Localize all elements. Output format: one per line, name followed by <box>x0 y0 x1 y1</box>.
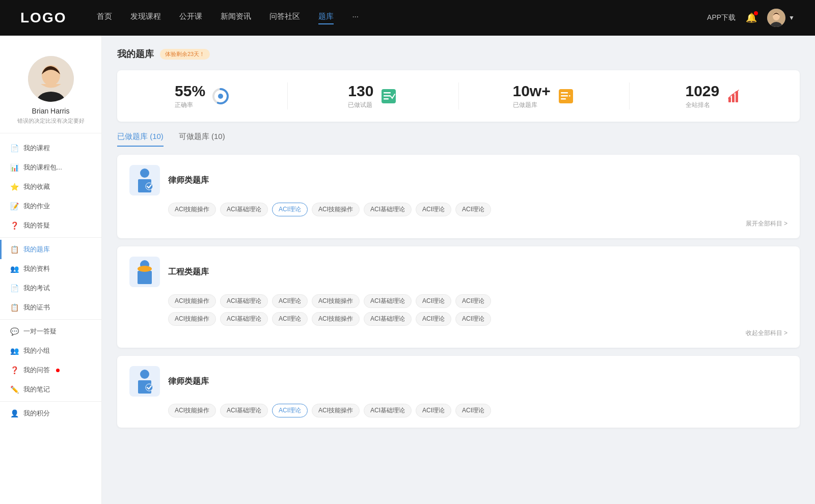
stat-done-questions: 130 已做试题 <box>288 82 458 109</box>
svg-rect-17 <box>569 95 570 97</box>
tag-active[interactable]: ACI理论 <box>272 203 308 216</box>
homework-icon: 📝 <box>10 202 18 210</box>
sidebar-item-label: 我的答疑 <box>23 221 50 230</box>
tag[interactable]: ACI基础理论 <box>364 312 412 326</box>
notification-dot <box>754 11 758 15</box>
sidebar-item-label: 我的笔记 <box>23 385 50 394</box>
logo[interactable]: LOGO <box>20 10 66 26</box>
sidebar-item-notes[interactable]: ✏️ 我的笔记 <box>0 380 101 399</box>
sidebar-item-points[interactable]: 👤 我的积分 <box>0 404 101 423</box>
sidebar-item-label: 我的积分 <box>23 409 50 418</box>
nav-openclass[interactable]: 公开课 <box>179 12 202 24</box>
nav-more[interactable]: ··· <box>352 12 359 24</box>
sidebar-item-course-package[interactable]: 📊 我的课程包... <box>0 158 101 177</box>
tag[interactable]: ACI基础理论 <box>364 294 412 308</box>
svg-rect-11 <box>384 95 391 97</box>
tag[interactable]: ACI技能操作 <box>312 312 360 326</box>
svg-rect-15 <box>561 95 568 97</box>
tag[interactable]: ACI技能操作 <box>312 294 360 308</box>
tag[interactable]: ACI技能操作 <box>168 312 216 326</box>
tag[interactable]: ACI技能操作 <box>168 203 216 216</box>
page-title: 我的题库 <box>117 48 154 60</box>
expand-link-1[interactable]: 展开全部科目 > <box>129 219 787 228</box>
nav-news[interactable]: 新闻资讯 <box>221 12 251 24</box>
tag[interactable]: ACI基础理论 <box>220 312 268 326</box>
tag[interactable]: ACI理论 <box>416 404 451 417</box>
course-pkg-icon: 📊 <box>10 163 18 172</box>
tag[interactable]: ACI理论 <box>455 203 491 216</box>
svg-point-29 <box>140 370 149 379</box>
sidebar-item-cert[interactable]: 📋 我的证书 <box>0 298 101 317</box>
sidebar-item-homework[interactable]: 📝 我的作业 <box>0 197 101 216</box>
tag[interactable]: ACI技能操作 <box>168 404 216 417</box>
trial-badge: 体验剩余23天！ <box>160 49 210 60</box>
tag[interactable]: ACI理论 <box>416 203 451 216</box>
tag[interactable]: ACI技能操作 <box>168 294 216 308</box>
profile-avatar <box>28 56 74 102</box>
tag[interactable]: ACI理论 <box>416 312 451 326</box>
sidebar-item-qa[interactable]: ❓ 我的答疑 <box>0 216 101 235</box>
tag[interactable]: ACI理论 <box>416 294 451 308</box>
sidebar-item-label: 我的小组 <box>23 346 50 355</box>
app-download-button[interactable]: APP下载 <box>707 13 736 22</box>
tag[interactable]: ACI理论 <box>455 404 491 417</box>
svg-point-8 <box>218 94 223 99</box>
nav-qbank[interactable]: 题库 <box>318 12 334 24</box>
qbank-icon: 📋 <box>10 245 18 254</box>
group-icon: 👥 <box>10 347 18 355</box>
qa-icon: ❓ <box>10 221 18 230</box>
tag[interactable]: ACI基础理论 <box>220 294 268 308</box>
tag[interactable]: ACI基础理论 <box>364 404 412 417</box>
tag[interactable]: ACI理论 <box>455 294 491 308</box>
sidebar-item-label: 我的证书 <box>23 303 50 312</box>
sidebar-item-label: 我的问答 <box>23 366 50 375</box>
tab-done-banks[interactable]: 已做题库 (10) <box>117 132 164 147</box>
sidebar-item-group[interactable]: 👥 我的小组 <box>0 341 101 360</box>
collapse-link[interactable]: 收起全部科目 > <box>129 329 787 338</box>
tag[interactable]: ACI理论 <box>272 312 308 326</box>
accuracy-label: 正确率 <box>175 101 205 109</box>
lawyer-icon-1 <box>129 165 160 195</box>
notification-bell[interactable]: 🔔 <box>746 12 757 23</box>
nav-home[interactable]: 首页 <box>97 12 112 24</box>
lawyer-tags-2: ACI技能操作 ACI基础理论 ACI理论 ACI技能操作 ACI基础理论 AC… <box>168 404 787 417</box>
nav-menu: 首页 发现课程 公开课 新闻资讯 问答社区 题库 ··· <box>97 12 707 24</box>
sidebar-item-profile[interactable]: 👥 我的资料 <box>0 259 101 278</box>
ranking-icon <box>725 87 744 105</box>
tag[interactable]: ACI技能操作 <box>312 404 360 417</box>
nav-qa[interactable]: 问答社区 <box>269 12 300 24</box>
engineer-title: 工程类题库 <box>168 267 209 277</box>
profile-name: Brian Harris <box>32 107 70 115</box>
notes-icon: ✏️ <box>10 385 18 394</box>
tag-active[interactable]: ACI理论 <box>272 404 308 417</box>
tag[interactable]: ACI理论 <box>455 312 491 326</box>
tag[interactable]: ACI基础理论 <box>220 203 268 216</box>
sidebar-item-1on1[interactable]: 💬 一对一答疑 <box>0 322 101 341</box>
sidebar-item-my-courses[interactable]: 📄 我的课程 <box>0 138 101 158</box>
sidebar-item-qbank[interactable]: 📋 我的题库 <box>0 240 101 259</box>
profile-section: Brian Harris 错误的决定比没有决定要好 <box>0 46 101 133</box>
qbank-card-lawyer-1: 律师类题库 ACI技能操作 ACI基础理论 ACI理论 ACI技能操作 ACI基… <box>117 155 800 238</box>
page-header: 我的题库 体验剩余23天！ <box>117 48 800 60</box>
user-avatar-dropdown[interactable]: ▼ <box>767 9 795 27</box>
tag[interactable]: ACI基础理论 <box>220 404 268 417</box>
profile-icon: 👥 <box>10 265 18 273</box>
sidebar-item-exam[interactable]: 📄 我的考试 <box>0 278 101 298</box>
tab-available-banks[interactable]: 可做题库 (10) <box>179 132 225 147</box>
sidebar-item-favorites[interactable]: ⭐ 我的收藏 <box>0 177 101 197</box>
stats-bar: 55% 正确率 130 已做试题 <box>117 70 800 122</box>
tag[interactable]: ACI技能操作 <box>312 203 360 216</box>
sidebar-item-my-qa[interactable]: ❓ 我的问答 <box>0 360 101 380</box>
page-layout: Brian Harris 错误的决定比没有决定要好 📄 我的课程 📊 我的课程包… <box>0 36 815 504</box>
tag[interactable]: ACI理论 <box>272 294 308 308</box>
nav-discover[interactable]: 发现课程 <box>130 12 161 24</box>
avatar <box>767 9 785 27</box>
svg-rect-20 <box>736 91 738 102</box>
sidebar-menu: 📄 我的课程 📊 我的课程包... ⭐ 我的收藏 📝 我的作业 ❓ 我的答疑 � <box>0 133 101 428</box>
ranking-value: 1029 <box>686 82 720 100</box>
points-icon: 👤 <box>10 409 18 417</box>
sidebar: Brian Harris 错误的决定比没有决定要好 📄 我的课程 📊 我的课程包… <box>0 36 102 504</box>
stat-ranking: 1029 全站排名 <box>630 82 800 109</box>
tag[interactable]: ACI基础理论 <box>364 203 412 216</box>
exam-icon: 📄 <box>10 284 18 292</box>
